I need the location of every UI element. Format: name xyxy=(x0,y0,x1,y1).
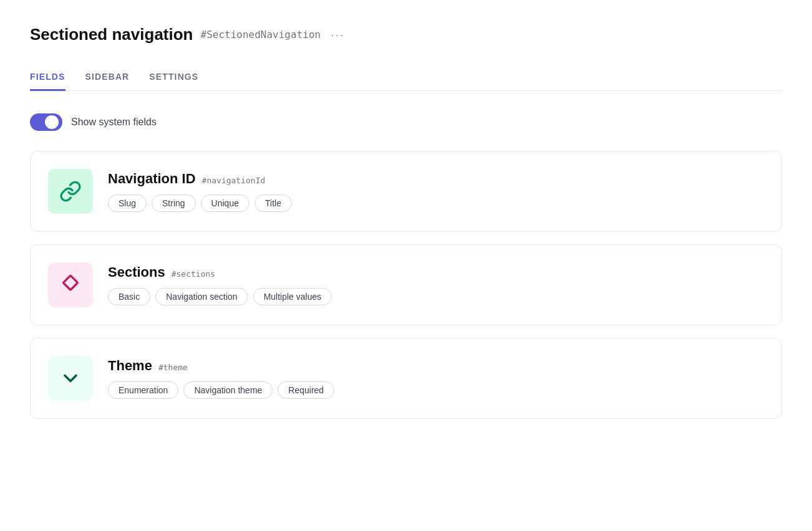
diamond-icon xyxy=(59,274,82,296)
tag-string: String xyxy=(152,194,196,212)
fields-list: Navigation ID #navigationId Slug String … xyxy=(30,151,782,419)
tag-enumeration: Enumeration xyxy=(108,381,178,399)
field-name-theme: Theme xyxy=(108,358,152,374)
tag-slug: Slug xyxy=(108,194,147,212)
field-icon-sections xyxy=(48,262,93,307)
tab-bar: FIELDS SIDEBAR SETTINGS xyxy=(30,64,782,91)
field-tags-theme: Enumeration Navigation theme Required xyxy=(108,381,764,399)
tag-basic: Basic xyxy=(108,288,150,305)
field-icon-theme xyxy=(48,356,93,401)
tab-fields[interactable]: FIELDS xyxy=(30,64,65,91)
system-fields-label: Show system fields xyxy=(71,117,157,128)
field-card-theme: Theme #theme Enumeration Navigation them… xyxy=(30,338,782,419)
field-card-navigation-id: Navigation ID #navigationId Slug String … xyxy=(30,151,782,232)
field-name-navigation-id: Navigation ID xyxy=(108,171,196,187)
field-tags-sections: Basic Navigation section Multiple values xyxy=(108,288,764,305)
field-title-row-navigation-id: Navigation ID #navigationId xyxy=(108,171,764,187)
field-content-sections: Sections #sections Basic Navigation sect… xyxy=(108,264,764,305)
field-hash-navigation-id: #navigationId xyxy=(202,176,266,185)
field-title-row-theme: Theme #theme xyxy=(108,358,764,374)
field-name-sections: Sections xyxy=(108,264,165,280)
page-title: Sectioned navigation xyxy=(30,25,193,44)
more-options-icon[interactable]: ··· xyxy=(331,27,345,42)
field-icon-navigation-id xyxy=(48,169,93,214)
tag-unique: Unique xyxy=(201,194,249,212)
chevron-down-icon xyxy=(59,367,82,390)
field-title-row-sections: Sections #sections xyxy=(108,264,764,280)
field-card-sections: Sections #sections Basic Navigation sect… xyxy=(30,244,782,325)
system-fields-toggle[interactable] xyxy=(30,113,62,131)
tag-multiple-values: Multiple values xyxy=(253,288,332,305)
field-hash-theme: #theme xyxy=(158,363,188,372)
tag-required: Required xyxy=(278,381,334,399)
link-icon xyxy=(59,180,82,203)
tag-navigation-theme: Navigation theme xyxy=(183,381,273,399)
field-tags-navigation-id: Slug String Unique Title xyxy=(108,194,764,212)
field-content-theme: Theme #theme Enumeration Navigation them… xyxy=(108,358,764,399)
page-header: Sectioned navigation #SectionedNavigatio… xyxy=(30,25,782,44)
tag-title: Title xyxy=(254,194,292,212)
system-fields-toggle-row: Show system fields xyxy=(30,113,782,131)
tag-navigation-section: Navigation section xyxy=(155,288,248,305)
field-hash-sections: #sections xyxy=(172,269,215,279)
tab-settings[interactable]: SETTINGS xyxy=(149,64,198,91)
field-content-navigation-id: Navigation ID #navigationId Slug String … xyxy=(108,171,764,212)
tab-sidebar[interactable]: SIDEBAR xyxy=(85,64,130,91)
svg-rect-0 xyxy=(63,275,77,290)
page-hash: #SectionedNavigation xyxy=(201,29,321,41)
